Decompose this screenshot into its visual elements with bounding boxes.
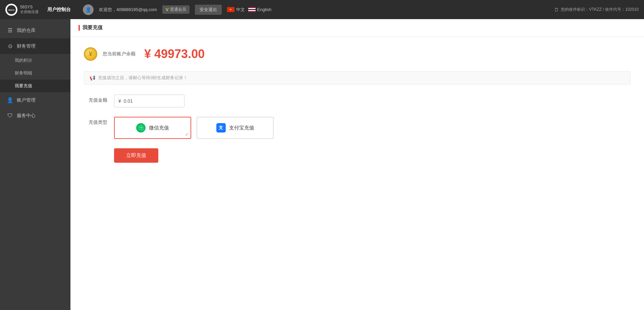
balance-amount: ¥ 49973.00 — [144, 47, 205, 61]
sidebar-item-finance[interactable]: ⊙ 财务管理 — [0, 38, 70, 54]
sidebar-warehouse-label: 我的仓库 — [17, 28, 36, 34]
amount-label: 充值金额 — [84, 95, 107, 103]
welcome-text: 欢迎您，409889195@qq.com — [99, 7, 157, 13]
lang-cn[interactable]: ★ 中文 — [227, 7, 245, 13]
lang-cn-label: 中文 — [236, 7, 245, 13]
amount-input[interactable] — [114, 95, 184, 107]
submit-button[interactable]: 立即充值 — [114, 148, 158, 163]
notice-icon: 📢 — [90, 75, 95, 81]
sidebar-finance-label: 财务管理 — [17, 43, 36, 49]
alipay-payment-option[interactable]: 支 支付宝充值 — [197, 117, 274, 139]
logo-icon: 56SYS — [5, 4, 17, 16]
sidebar: ☰ 我的仓库 ⊙ 财务管理 我的积分 财务明细 我要充值 👤 账户管理 🛡 服务… — [0, 19, 70, 310]
content-body: ¥ 您当前账户余额 ¥ 49973.00 📢 充值成功之后，请耐心等待3秒生成财… — [70, 37, 644, 173]
recharge-label: 我要充值 — [15, 83, 32, 88]
sidebar-sub-points[interactable]: 我的积分 — [0, 54, 70, 67]
sidebar-sub-statement[interactable]: 财务明细 — [0, 67, 70, 80]
page-title-bar: 我要充值 — [70, 19, 644, 37]
warehouse-icon: ☰ — [7, 27, 13, 34]
balance-label: 您当前账户余额 — [103, 51, 136, 57]
avatar: 👤 — [83, 4, 94, 15]
points-label: 我的积分 — [15, 58, 32, 63]
coin-icon: ¥ — [84, 47, 97, 61]
page-title: 我要充值 — [83, 24, 103, 31]
lang-en[interactable]: English — [248, 7, 272, 12]
language-switcher: ★ 中文 English — [227, 7, 272, 13]
amount-form-row: 充值金额 — [84, 95, 631, 107]
finance-icon: ⊙ — [7, 43, 13, 49]
logo-sub-text: 全易物流通 — [20, 9, 39, 14]
account-icon: 👤 — [7, 97, 13, 103]
payment-options: 微信充值 支 支付宝充值 — [114, 117, 274, 139]
payment-type-row: 充值类型 微信充值 — [84, 117, 631, 139]
receipt-text: 您的收件标识：VTKZZ / 收件代号：102010 — [561, 7, 639, 12]
receipt-icon: 🗒 — [554, 7, 559, 12]
logout-button[interactable]: 安全退出 — [195, 5, 222, 15]
lang-en-label: English — [257, 7, 272, 12]
service-icon: 🛡 — [7, 113, 13, 119]
member-v-icon: V — [166, 7, 169, 12]
wechat-icon — [136, 123, 146, 133]
sidebar-service-label: 服务中心 — [17, 113, 36, 119]
main-content: 我要充值 ¥ 您当前账户余额 ¥ 49973.00 📢 充值成功之后，请耐心等待… — [70, 19, 644, 310]
notice-bar: 📢 充值成功之后，请耐心等待3秒生成财务记录！ — [84, 71, 631, 85]
logo-main-text: 56SYS — [20, 5, 39, 9]
alipay-label: 支付宝充值 — [229, 125, 254, 131]
main-layout: ☰ 我的仓库 ⊙ 财务管理 我的积分 财务明细 我要充值 👤 账户管理 🛡 服务… — [0, 19, 644, 310]
svg-text:56SYS: 56SYS — [8, 9, 15, 11]
wechat-payment-option[interactable]: 微信充值 — [114, 117, 191, 139]
balance-row: ¥ 您当前账户余额 ¥ 49973.00 — [84, 47, 631, 61]
logo: 56SYS 56SYS 全易物流通 — [5, 4, 39, 16]
member-badge: V 普通会员 — [162, 5, 190, 14]
sidebar-sub-recharge[interactable]: 我要充值 — [0, 80, 70, 92]
flag-cn-icon: ★ — [227, 7, 234, 12]
wechat-label: 微信充值 — [149, 125, 169, 131]
sidebar-item-account[interactable]: 👤 账户管理 — [0, 92, 70, 108]
nav-label: 用户控制台 — [47, 7, 71, 13]
statement-label: 财务明细 — [15, 70, 32, 75]
header: 56SYS 56SYS 全易物流通 用户控制台 👤 欢迎您，409889195@… — [0, 0, 644, 19]
flag-th-icon — [248, 7, 256, 12]
alipay-icon: 支 — [216, 123, 226, 133]
svg-point-3 — [141, 127, 142, 127]
sidebar-item-service[interactable]: 🛡 服务中心 — [0, 108, 70, 123]
receipt-info: 🗒 您的收件标识：VTKZZ / 收件代号：102010 — [554, 7, 639, 12]
payment-type-label: 充值类型 — [84, 117, 107, 125]
notice-text: 充值成功之后，请耐心等待3秒生成财务记录！ — [98, 75, 187, 81]
sidebar-item-warehouse[interactable]: ☰ 我的仓库 — [0, 22, 70, 38]
sidebar-account-label: 账户管理 — [17, 97, 36, 103]
svg-point-2 — [140, 127, 140, 127]
member-label: 普通会员 — [170, 7, 186, 12]
